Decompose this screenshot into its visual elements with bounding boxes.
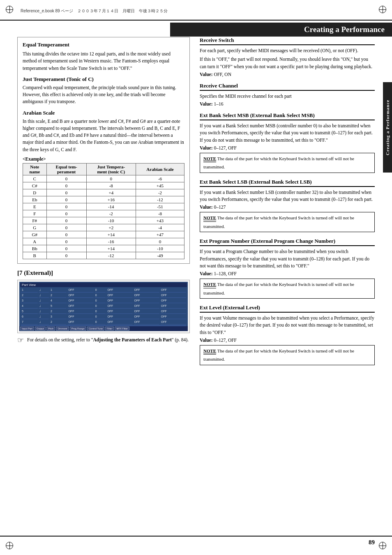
ext-bank-lsb-section: Ext Bank Select LSB (External Bank Selec… [200, 179, 375, 233]
ext-program-value: Value: 1–128, OFF [200, 271, 375, 276]
ss-title-text: Part View [22, 283, 36, 287]
table-row: F0-2-8 [23, 210, 184, 217]
page-content: Equal Temperament This tuning divides th… [17, 37, 375, 530]
note-ref-icon: ☞ [17, 336, 24, 345]
ext-bank-msb-value-label: Value: [200, 145, 213, 150]
ext-level-text: If you want Volume messages to also be t… [200, 315, 375, 336]
ext-bank-lsb-title: Ext Bank Select LSB (External Bank Selec… [200, 179, 375, 187]
ext-level-value: Value: 0–127, OFF [200, 338, 375, 343]
ext-bank-lsb-note-text: The data of the part for which the Keybo… [203, 215, 354, 229]
table-row: G0+2-4 [23, 224, 184, 231]
left-column: Equal Temperament This tuning divides th… [17, 37, 190, 530]
ext-bank-msb-note: NOTE The data of the part for which the … [200, 153, 375, 173]
arabian-scale-text: In this scale, E and B are a quarter not… [23, 118, 184, 153]
receive-switch-section: Receive Switch For each part, specify wh… [200, 37, 375, 77]
screenshot-box: Part View 1♩1OFF0OFFOFFOFF 2♩2OFF0OFFOFF… [17, 280, 190, 333]
ss-bottom-bar: Input Part Output Pitch Ornment Prog Ran… [19, 326, 188, 331]
example-label: <Example> [23, 157, 184, 161]
note-box-title-3: NOTE [203, 281, 216, 288]
ext-bank-msb-value-text: 0–127, OFF [214, 145, 237, 150]
ss-btn-output[interactable]: Output [35, 327, 46, 331]
ext-bank-lsb-value-label: Value: [200, 205, 213, 210]
ext-program-note-text: The data of the part for which the Keybo… [203, 282, 354, 295]
note-box-title-4: NOTE [203, 348, 216, 355]
receive-switch-value-label: Value: [200, 72, 213, 77]
table-row: D0+4-2 [23, 189, 184, 196]
receive-switch-value: Value: OFF, ON [200, 72, 375, 77]
crosshair-br [379, 542, 386, 549]
table-row: F#0-10+43 [23, 217, 184, 224]
ext-bank-msb-title: Ext Bank Select MSB (External Bank Selec… [200, 112, 375, 120]
ext-level-note: NOTE The data of the part for which the … [200, 345, 375, 365]
equal-temperament-text: This tuning divides the octave into 12 e… [23, 51, 184, 72]
equal-temperament-section: Equal Temperament This tuning divides th… [17, 37, 190, 264]
receive-channel-value: Value: 1–16 [200, 101, 375, 106]
ss-btn-ctrl[interactable]: Control Tune [87, 327, 104, 331]
table-row: G#0+14+47 [23, 231, 184, 238]
just-temperament-title: Just Temperament (Tonic of C) [23, 76, 184, 83]
equal-temperament-title: Equal Temperament [23, 41, 184, 48]
ss-btn-input[interactable]: Input Part [20, 327, 34, 331]
ext-level-note-text: The data of the part for which the Keybo… [203, 348, 354, 362]
note-reference: ☞ For details on the setting, refer to "… [17, 336, 190, 345]
receive-switch-value-text: OFF, ON [214, 72, 231, 77]
table-row: A0-160 [23, 238, 184, 245]
note-box-title-1: NOTE [203, 155, 216, 163]
table-row: B0-12-49 [23, 252, 184, 259]
scale-table: Notename Equal tem-perament Just Tempera… [23, 163, 184, 259]
ext-level-value-text: 0–127, OFF [214, 338, 237, 343]
col-arabian: Arabian Scale [136, 163, 184, 175]
ext-bank-msb-value: Value: 0–127, OFF [200, 145, 375, 150]
col-note: Notename [23, 163, 47, 175]
table-row: C#0-8+45 [23, 182, 184, 189]
receive-channel-value-label: Value: [200, 101, 213, 106]
sidebar-label: Creating a Performance [383, 82, 392, 173]
note-box-title-2: NOTE [203, 214, 216, 222]
crosshair-bl [6, 542, 13, 549]
ss-btn-ornament[interactable]: Ornment [56, 327, 69, 331]
page-number: 89 [369, 539, 375, 546]
receive-channel-title: Receive Channel [200, 83, 375, 91]
receive-switch-text2: If this is "OFF," the part will not resp… [200, 56, 375, 70]
receive-channel-text: Specifies the MIDI receive channel for e… [200, 93, 375, 100]
note-ref-bold: Adjusting the Parameters of Each Part [93, 337, 172, 342]
ext-program-note: NOTE The data of the part for which the … [200, 279, 375, 299]
receive-switch-title: Receive Switch [200, 37, 375, 45]
ext-program-text: If you want a Program Change number to a… [200, 248, 375, 269]
receive-channel-section: Receive Channel Specifies the MIDI recei… [200, 83, 375, 106]
ext-bank-msb-note-text: The data of the part for which the Keybo… [203, 156, 354, 170]
table-row: E0-14-51 [23, 203, 184, 210]
ss-data-table: 1♩1OFF0OFFOFFOFF 2♩2OFF0OFFOFFOFF 3♩4OFF… [20, 287, 187, 331]
col-just: Just Tempera-ment (tonic C) [86, 163, 136, 175]
ss-btn-prog[interactable]: Prog Range [70, 327, 86, 331]
receive-switch-text1: For each part, specify whether MIDI mess… [200, 47, 375, 54]
ss-title-bar: Part View [20, 283, 187, 287]
receive-channel-value-text: 1–16 [214, 101, 223, 106]
arabian-scale-title: Arabian Scale [23, 110, 184, 116]
col-equal: Equal tem-perament [46, 163, 86, 175]
external-heading: [7 (External)] [17, 269, 190, 276]
screenshot-inner: Part View 1♩1OFF0OFFOFFOFF 2♩2OFF0OFFOFF… [19, 282, 188, 331]
ext-level-title: Ext Level (External Level) [200, 304, 375, 313]
ext-bank-lsb-text: If you want a Bank Select number LSB (co… [200, 189, 375, 203]
ext-bank-msb-text: If you want a Bank Select number MSB (co… [200, 122, 375, 144]
note-ref-text: For details on the setting, refer to "Ad… [27, 336, 189, 343]
table-row: C00-6 [23, 175, 184, 182]
ext-program-title: Ext Program Number (External Program Cha… [200, 238, 375, 246]
ss-btn-mfx[interactable]: MFX Filter [115, 327, 129, 331]
crosshair-tl [6, 6, 13, 13]
ext-bank-lsb-value: Value: 0–127 [200, 205, 375, 210]
page-title: Creating a Performance [170, 23, 392, 37]
ext-program-value-text: 1–128, OFF [214, 271, 237, 276]
ext-program-value-label: Value: [200, 271, 213, 276]
right-column: Receive Switch For each part, specify wh… [200, 37, 375, 530]
ss-btn-filter[interactable]: Filter [105, 327, 114, 331]
ext-program-section: Ext Program Number (External Program Cha… [200, 238, 375, 299]
crosshair-tr [379, 6, 386, 13]
ext-level-value-label: Value: [200, 338, 213, 343]
ext-bank-msb-section: Ext Bank Select MSB (External Bank Selec… [200, 112, 375, 173]
ss-btn-pitch[interactable]: Pitch [46, 327, 55, 331]
bottom-border [0, 536, 392, 537]
meta-line: Reference_e.book 89 ページ ２００３年７月１４日 月曜日 午… [21, 8, 168, 14]
table-row: Bb0+14-10 [23, 245, 184, 252]
